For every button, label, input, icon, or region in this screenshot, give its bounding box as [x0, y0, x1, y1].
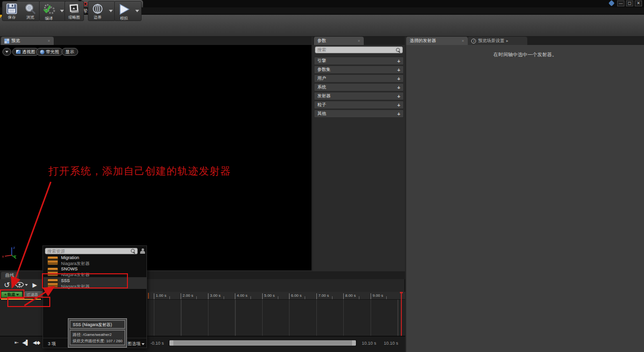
tooltip-path-length: 烘焙文件路径长度: 107 / 260 — [73, 338, 125, 344]
item-count: 3 项 — [48, 341, 56, 347]
close-icon[interactable]: ✕ — [461, 39, 464, 43]
param-category-engine[interactable]: 引擎 + — [314, 57, 404, 65]
preview-tabstrip: 预览 ✕ — [0, 37, 312, 45]
view-range-end[interactable]: 10.10 s — [362, 341, 376, 346]
params-tabstrip: 参数 ✕ — [313, 37, 405, 45]
add-icon[interactable]: + — [397, 111, 400, 117]
prev-key-icon[interactable]: ◀◆ — [33, 340, 40, 345]
plus-icon: + — [4, 292, 7, 297]
axis-z-label: z — [13, 245, 15, 250]
chevron-down-icon — [16, 294, 19, 296]
compile-button[interactable]: 编译 — [40, 1, 58, 21]
close-icon[interactable]: ✕ — [47, 39, 50, 43]
tab-parameters[interactable]: 参数 ✕ — [314, 37, 364, 45]
viewport-options-button[interactable] — [2, 48, 11, 56]
show-label: 显示 — [65, 49, 74, 55]
perspective-button[interactable]: 透视图 — [12, 48, 39, 56]
ruler-label: 2.00 s — [183, 293, 193, 298]
feedback-icon[interactable] — [608, 0, 615, 6]
close-button[interactable]: ✕ — [635, 0, 642, 6]
param-category-particle[interactable]: 粒子 + — [314, 101, 404, 109]
niagara-emitter-icon — [47, 267, 58, 276]
param-category-emitter[interactable]: 发射器 + — [314, 92, 404, 100]
toolbar-group-bounds: 边界 — [88, 1, 115, 21]
add-icon[interactable]: + — [397, 93, 400, 99]
timeline-track-area[interactable] — [146, 300, 405, 336]
add-icon[interactable]: + — [397, 58, 400, 64]
chevron-down-icon[interactable] — [60, 10, 64, 12]
tab-preview-scene-settings[interactable]: i 预览场景设置 ▸ — [468, 37, 527, 45]
axis-x-label: x — [2, 254, 4, 259]
axis-gizmo: z x Y — [2, 243, 20, 261]
minimize-button[interactable]: — — [617, 0, 624, 6]
param-category-paramset[interactable]: 参数集 + — [314, 66, 404, 74]
bounds-button[interactable]: 边界 — [88, 1, 107, 21]
to-front-icon[interactable]: ⇤ — [15, 340, 19, 345]
chevron-down-icon[interactable] — [135, 10, 139, 12]
wireframe-sphere-icon — [91, 3, 104, 15]
show-button[interactable]: 显示 — [62, 48, 78, 56]
thumbnail-button[interactable]: 缩略图 — [65, 1, 83, 21]
asset-item-sss[interactable]: SSS Niagara发射器 — [43, 277, 146, 289]
param-category-other[interactable]: 其他 + — [314, 110, 404, 118]
lit-sphere-icon — [40, 50, 44, 54]
view-options-button[interactable]: 图选项 — [127, 341, 145, 347]
close-icon[interactable]: ✕ — [357, 39, 360, 43]
maximize-button[interactable]: ▢ — [626, 0, 633, 6]
tab-selected-emitter[interactable]: 选择的发射器 ✕ — [406, 37, 468, 45]
add-icon[interactable]: + — [397, 76, 400, 82]
transport-controls: ⇤ ◀▌ ◀◆ — [15, 340, 41, 345]
chevron-down-icon[interactable] — [109, 10, 113, 12]
timeline-total-length[interactable]: 10.10 s — [384, 341, 398, 346]
timeline-scrollbar[interactable] — [168, 340, 357, 346]
scrollbar-thumb[interactable] — [169, 340, 356, 346]
visibility-dropdown[interactable] — [15, 282, 28, 288]
toolbar-group-thumbnail: 缩略图 — [64, 1, 84, 21]
tab-selected-emitter-label: 选择的发射器 — [410, 38, 436, 44]
param-category-system[interactable]: 系统 + — [314, 83, 404, 91]
save-button[interactable]: 保存 — [2, 1, 21, 21]
refresh-icon[interactable]: ↺ — [4, 280, 10, 290]
selected-emitter-panel: 选择的发射器 ✕ i 预览场景设置 ▸ 在时间轴中选中一个发射器。 — [406, 37, 644, 352]
toolbar-group-save: 保存 浏览 — [2, 1, 40, 21]
asset-item-snows[interactable]: SNOWS Niagara发射器 — [43, 266, 146, 277]
browse-button[interactable]: 浏览 — [21, 1, 40, 21]
right-tabstrip: 选择的发射器 ✕ i 预览场景设置 ▸ — [406, 37, 644, 45]
add-icon[interactable]: + — [397, 67, 400, 73]
niagara-emitter-icon — [47, 256, 58, 265]
preview-viewport[interactable]: 透视图 带光照 显示 — [0, 45, 312, 270]
lit-mode-button[interactable]: 带光照 — [36, 48, 63, 56]
user-filter-icon[interactable] — [140, 248, 145, 254]
simulate-button[interactable]: 模拟 — [115, 1, 133, 21]
param-category-user[interactable]: 用户 + — [314, 74, 404, 83]
empty-selection-message: 在时间轴中选中一个发射器。 — [406, 51, 644, 58]
search-icon — [396, 48, 400, 52]
tab-preview-scene-settings-label: 预览场景设置 — [478, 38, 504, 44]
floppy-disk-icon — [5, 3, 18, 15]
chevron-down-icon — [25, 284, 28, 286]
add-track-button[interactable]: + 轨道 — [1, 291, 22, 298]
play-icon[interactable]: ▶ — [33, 280, 37, 290]
tab-parameters-label: 参数 — [317, 38, 326, 44]
step-back-icon[interactable]: ◀▌ — [22, 340, 29, 345]
asset-search-input[interactable] — [45, 249, 131, 254]
timeline-ruler[interactable]: 1.00 s 2.00 s 3.00 s 4.00 s 5.00 s 6.00 … — [146, 292, 405, 300]
asset-search[interactable] — [45, 248, 138, 254]
tooltip-path: 路径: /Game/weather2 — [73, 331, 125, 338]
params-search-input[interactable] — [315, 47, 396, 52]
add-icon[interactable]: + — [397, 85, 400, 90]
add-icon[interactable]: + — [397, 102, 400, 108]
playhead-marker[interactable] — [401, 292, 402, 336]
asset-item-migration[interactable]: Migration Niagara发射器 — [43, 255, 146, 266]
preview-panel: 预览 ✕ 透视图 带光照 显示 — [0, 37, 312, 271]
chevron-right-icon: ▸ — [506, 39, 508, 43]
parameters-panel: 参数 ✕ 引擎 + 参数集 + 用户 + 系统 + 发射器 + 粒子 — [313, 37, 405, 271]
tab-curves[interactable]: 曲线 — [1, 272, 19, 279]
tooltip-title: SSS (Niagara发射器) — [70, 320, 125, 329]
window-controls: — ▢ ✕ — [617, 0, 642, 6]
params-search[interactable] — [315, 46, 403, 53]
filter-button[interactable]: 过滤器 — [24, 291, 43, 298]
tab-preview[interactable]: 预览 ✕ — [1, 37, 54, 45]
lit-mode-label: 带光照 — [46, 49, 59, 55]
view-range-start[interactable]: -0.10 s — [150, 341, 164, 346]
